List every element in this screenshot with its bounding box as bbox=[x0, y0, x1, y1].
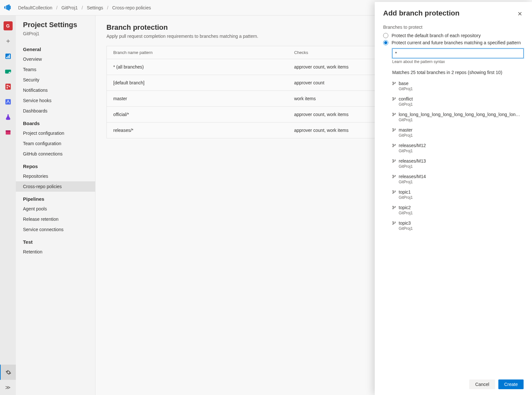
branch-match-item[interactable]: masterGitProj1 bbox=[392, 125, 524, 140]
branch-icon bbox=[392, 128, 396, 132]
branch-icon bbox=[392, 175, 396, 178]
branch-repo: GitProj1 bbox=[399, 102, 524, 107]
close-button[interactable]: ✕ bbox=[516, 9, 524, 19]
rail-repos[interactable] bbox=[0, 79, 16, 94]
sidebar-item-overview[interactable]: Overview bbox=[16, 54, 95, 64]
branch-name: topic2 bbox=[399, 205, 411, 210]
breadcrumb-settings[interactable]: Settings bbox=[87, 5, 103, 10]
rail-overview[interactable] bbox=[0, 48, 16, 64]
cell-pattern: * (all branches) bbox=[107, 59, 288, 75]
sidebar-project-name: GitProj1 bbox=[16, 31, 95, 42]
branches-to-protect-label: Branches to protect bbox=[383, 25, 524, 30]
radio-default-branch[interactable]: Protect the default branch of each repos… bbox=[383, 33, 524, 38]
pattern-syntax-link[interactable]: Learn about the pattern syntax bbox=[392, 59, 524, 64]
svg-rect-1 bbox=[6, 57, 7, 58]
panel-title: Add branch protection bbox=[383, 9, 516, 17]
sidebar-item-cross-repo-policies[interactable]: Cross-repo policies bbox=[16, 181, 95, 192]
col-branch-pattern[interactable]: Branch name pattern bbox=[107, 46, 288, 59]
branch-match-item[interactable]: releases/M12GitProj1 bbox=[392, 140, 524, 156]
branch-name: releases/M13 bbox=[399, 158, 426, 164]
svg-rect-3 bbox=[9, 54, 10, 58]
branch-icon bbox=[392, 159, 396, 163]
sidebar-section-general: General bbox=[16, 45, 95, 54]
cancel-button[interactable]: Cancel bbox=[469, 379, 495, 389]
rail-expand[interactable]: ≫ bbox=[0, 380, 16, 395]
radio-pattern-input[interactable] bbox=[383, 40, 388, 45]
rail-pipelines[interactable] bbox=[0, 94, 16, 109]
sidebar-item-github-connections[interactable]: GitHub connections bbox=[16, 149, 95, 159]
branch-repo: GitProj1 bbox=[399, 211, 524, 215]
branch-icon bbox=[392, 190, 396, 194]
branch-icon bbox=[392, 221, 396, 225]
branch-repo: GitProj1 bbox=[399, 133, 524, 138]
branch-icon bbox=[392, 112, 396, 116]
rail-project-badge[interactable]: G bbox=[0, 18, 16, 33]
branch-match-item[interactable]: releases/M13GitProj1 bbox=[392, 156, 524, 171]
branch-icon bbox=[392, 144, 396, 147]
rail-settings[interactable] bbox=[0, 365, 16, 380]
branch-repo: GitProj1 bbox=[399, 118, 524, 122]
breadcrumb: DefaultCollection / GitProj1 / Settings … bbox=[18, 5, 151, 10]
plus-icon: ＋ bbox=[5, 37, 11, 45]
nav-rail: G ＋ ≫ bbox=[0, 16, 16, 395]
sidebar-section-repos: Repos bbox=[16, 162, 95, 171]
sidebar-item-teams[interactable]: Teams bbox=[16, 64, 95, 75]
sidebar-item-project-config[interactable]: Project configuration bbox=[16, 128, 95, 138]
branch-match-item[interactable]: long_long_long_long_long_long_long_long_… bbox=[392, 109, 524, 125]
rail-artifacts[interactable] bbox=[0, 124, 16, 140]
radio-default-branch-input[interactable] bbox=[383, 33, 388, 38]
rail-boards[interactable] bbox=[0, 64, 16, 79]
branch-name: long_long_long_long_long_long_long_long_… bbox=[399, 112, 522, 117]
branch-repo: GitProj1 bbox=[399, 164, 524, 169]
sidebar-item-dashboards[interactable]: Dashboards bbox=[16, 106, 95, 116]
cell-pattern: [default branch] bbox=[107, 75, 288, 91]
rail-add[interactable]: ＋ bbox=[0, 33, 16, 48]
branch-name: base bbox=[399, 81, 408, 86]
branch-name: topic1 bbox=[399, 189, 411, 195]
svg-rect-2 bbox=[7, 56, 8, 58]
sidebar-item-service-connections[interactable]: Service connections bbox=[16, 224, 95, 235]
branch-icon bbox=[392, 97, 396, 101]
svg-point-9 bbox=[8, 86, 10, 87]
branch-repo: GitProj1 bbox=[399, 195, 524, 200]
branch-match-item[interactable]: conflictGitProj1 bbox=[392, 94, 524, 109]
add-branch-protection-panel: Add branch protection ✕ Branches to prot… bbox=[375, 2, 532, 395]
branch-repo: GitProj1 bbox=[399, 226, 524, 231]
create-button[interactable]: Create bbox=[498, 379, 524, 389]
gear-icon bbox=[6, 369, 11, 375]
branch-match-item[interactable]: topic2GitProj1 bbox=[392, 202, 524, 218]
azure-devops-logo-icon[interactable] bbox=[3, 3, 12, 12]
branch-name: conflict bbox=[399, 96, 413, 101]
branch-name: master bbox=[399, 127, 413, 133]
branch-repo: GitProj1 bbox=[399, 87, 524, 91]
svg-rect-12 bbox=[6, 130, 10, 132]
branch-name: releases/M12 bbox=[399, 143, 426, 148]
sidebar-item-release-retention[interactable]: Release retention bbox=[16, 214, 95, 224]
radio-pattern[interactable]: Protect current and future branches matc… bbox=[383, 40, 524, 45]
sidebar-item-repositories[interactable]: Repositories bbox=[16, 171, 95, 181]
sidebar-item-service-hooks[interactable]: Service hooks bbox=[16, 95, 95, 106]
branch-name: topic3 bbox=[399, 220, 411, 226]
breadcrumb-project[interactable]: GitProj1 bbox=[61, 5, 78, 10]
branch-name: releases/M14 bbox=[399, 174, 426, 179]
sidebar-item-team-config[interactable]: Team configuration bbox=[16, 138, 95, 149]
svg-point-8 bbox=[6, 87, 8, 88]
branch-match-item[interactable]: topic3GitProj1 bbox=[392, 218, 524, 233]
breadcrumb-page[interactable]: Cross-repo policies bbox=[112, 5, 151, 10]
sidebar-item-retention[interactable]: Retention bbox=[16, 247, 95, 257]
branch-repo: GitProj1 bbox=[399, 149, 524, 153]
chevron-double-right-icon: ≫ bbox=[5, 384, 11, 390]
pattern-input[interactable] bbox=[392, 48, 524, 58]
branch-match-item[interactable]: topic1GitProj1 bbox=[392, 187, 524, 202]
branch-match-item[interactable]: releases/M14GitProj1 bbox=[392, 171, 524, 187]
sidebar-item-notifications[interactable]: Notifications bbox=[16, 85, 95, 95]
sidebar-section-boards: Boards bbox=[16, 119, 95, 128]
rail-testplans[interactable] bbox=[0, 109, 16, 124]
svg-rect-6 bbox=[5, 83, 11, 89]
sidebar-item-agent-pools[interactable]: Agent pools bbox=[16, 204, 95, 214]
breadcrumb-collection[interactable]: DefaultCollection bbox=[18, 5, 52, 10]
branch-match-item[interactable]: baseGitProj1 bbox=[392, 78, 524, 94]
sidebar-section-pipelines: Pipelines bbox=[16, 194, 95, 204]
sidebar-title: Project Settings bbox=[16, 21, 95, 31]
sidebar-item-security[interactable]: Security bbox=[16, 75, 95, 85]
